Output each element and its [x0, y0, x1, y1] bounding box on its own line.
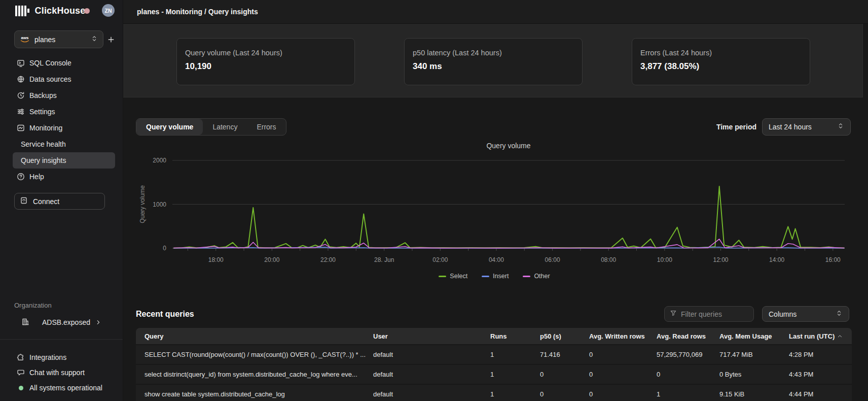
cell-query: show create table system.distributed_cac… [144, 390, 373, 398]
time-period-select[interactable]: Last 24 hours [762, 118, 851, 136]
avatar[interactable]: ZN [102, 4, 115, 17]
sidebar-item-label: Backups [29, 91, 57, 99]
svg-text:22:00: 22:00 [320, 256, 336, 263]
sidebar-item-query-insights[interactable]: Query insights [13, 152, 115, 169]
service-selector[interactable]: aws planes [14, 30, 103, 48]
updown-icon [837, 122, 844, 129]
columns-select[interactable]: Columns [762, 306, 849, 322]
column-header-query[interactable]: Query [144, 332, 373, 340]
cell-p50-s: 0 [540, 390, 589, 398]
data-sources-icon [17, 75, 25, 83]
svg-text:2000: 2000 [153, 157, 166, 164]
cell-avg-mem-usage: 0 Bytes [719, 371, 789, 378]
sidebar-item-label: Help [29, 173, 44, 181]
stat-card-p50-latency-last-24-hours: p50 latency (Last 24 hours)340 ms [404, 38, 583, 85]
svg-text:16:00: 16:00 [825, 256, 841, 263]
sidebar-item-data-sources[interactable]: Data sources [13, 71, 115, 87]
column-header-avg-written-rows[interactable]: Avg. Written rows [589, 332, 657, 340]
recent-queries-table: QueryUserRunsp50 (s)Avg. Written rowsAvg… [136, 328, 852, 401]
sidebar-item-help[interactable]: Help [13, 169, 115, 185]
plus-icon [107, 36, 115, 44]
connect-icon [20, 196, 28, 205]
svg-text:10:00: 10:00 [657, 256, 672, 263]
sidebar-item-label: All systems operational [29, 384, 102, 392]
sidebar-item-monitoring[interactable]: Monitoring [13, 120, 115, 136]
sidebar-item-chat-with-support[interactable]: Chat with support [13, 365, 115, 380]
column-header-runs[interactable]: Runs [490, 332, 540, 340]
svg-text:12:00: 12:00 [713, 256, 728, 263]
cell-query: select distrinct(query_id) from system.d… [144, 371, 373, 378]
tab-query-volume[interactable]: Query volume [136, 119, 203, 135]
recent-queries-title: Recent queries [136, 310, 194, 319]
caret-up-icon [837, 333, 843, 339]
column-header-avg-read-rows[interactable]: Avg. Read rows [657, 332, 719, 340]
notification-dot [84, 8, 90, 14]
stat-label: p50 latency (Last 24 hours) [413, 49, 574, 57]
cell-last-run-utc: 4:28 PM [789, 351, 852, 358]
add-service-button[interactable] [104, 33, 118, 46]
svg-text:02:00: 02:00 [432, 256, 448, 263]
puzzle-icon [17, 353, 25, 361]
series-select [174, 186, 844, 248]
funnel-icon [670, 310, 677, 317]
legend-item-other[interactable]: Other [523, 273, 550, 280]
stats-band: Query volume (Last 24 hours)10,190p50 la… [123, 24, 863, 97]
cell-user: default [373, 390, 490, 398]
settings-icon [17, 108, 25, 116]
sidebar-item-label: Settings [29, 108, 55, 116]
column-header-p50-s[interactable]: p50 (s) [540, 332, 589, 340]
table-row[interactable]: show create table system.distributed_cac… [136, 385, 852, 401]
svg-text:20:00: 20:00 [264, 256, 279, 263]
cell-avg-read-rows: 0 [657, 371, 719, 378]
sidebar-item-sql-console[interactable]: SQL Console [13, 55, 115, 71]
sidebar-item-service-health[interactable]: Service health [13, 136, 115, 152]
cell-avg-written-rows: 0 [589, 371, 657, 378]
legend-item-insert[interactable]: Insert [482, 273, 509, 280]
sidebar-item-label: Integrations [29, 353, 66, 361]
tab-latency[interactable]: Latency [203, 119, 247, 135]
sidebar-item-integrations[interactable]: Integrations [13, 350, 115, 365]
legend-swatch [439, 276, 446, 277]
legend-item-select[interactable]: Select [439, 273, 467, 280]
tab-errors[interactable]: Errors [247, 119, 285, 135]
sidebar-footer: IntegrationsChat with supportAll systems… [13, 350, 115, 395]
stat-value: 10,190 [185, 61, 346, 72]
table-header-row: QueryUserRunsp50 (s)Avg. Written rowsAvg… [136, 328, 852, 345]
cell-runs: 1 [490, 390, 540, 398]
stat-card-query-volume-last-24-hours: Query volume (Last 24 hours)10,190 [176, 38, 355, 85]
updown-icon [91, 35, 98, 42]
column-header-last-run-utc[interactable]: Last run (UTC) [789, 332, 852, 340]
cell-last-run-utc: 4:43 PM [789, 371, 852, 378]
table-row[interactable]: SELECT CAST(round(pow(count() / max(coun… [136, 345, 852, 365]
organization-item[interactable]: ADSB.exposed [13, 315, 115, 330]
cell-avg-mem-usage: 717.47 MiB [719, 351, 789, 358]
org-icon [21, 318, 29, 326]
clickhouse-logo-icon [15, 5, 29, 17]
service-name: planes [34, 36, 86, 44]
svg-text:1000: 1000 [153, 201, 166, 208]
column-header-user[interactable]: User [373, 332, 490, 340]
cell-avg-mem-usage: 9.15 KiB [719, 390, 789, 398]
column-header-avg-mem-usage[interactable]: Avg. Mem Usage [719, 332, 789, 340]
sidebar-item-all-systems-operational[interactable]: All systems operational [13, 380, 115, 395]
cell-avg-written-rows: 0 [589, 351, 657, 358]
legend-swatch [523, 276, 530, 277]
time-period-label: Time period [716, 123, 756, 131]
stat-card-errors-last-24-hours: Errors (Last 24 hours)3,877 (38.05%) [632, 38, 810, 85]
table-row[interactable]: select distrinct(query_id) from system.d… [136, 365, 852, 385]
connect-button[interactable]: Connect [14, 193, 105, 210]
svg-text:Query volume: Query volume [139, 185, 146, 223]
sidebar-item-backups[interactable]: Backups [13, 87, 115, 104]
filter-queries-box [664, 306, 754, 322]
cell-avg-written-rows: 0 [589, 390, 657, 398]
svg-text:04:00: 04:00 [489, 256, 504, 263]
sidebar-nav: SQL ConsoleData sourcesBackupsSettingsMo… [13, 55, 115, 185]
query-volume-chart[interactable]: Query volume01000200018:0020:0022:0028. … [137, 140, 852, 268]
sidebar-divider [0, 339, 123, 340]
sidebar-item-settings[interactable]: Settings [13, 104, 115, 120]
sidebar-item-label: Service health [21, 140, 66, 148]
filter-queries-input[interactable] [681, 310, 748, 318]
time-period-value: Last 24 hours [769, 123, 837, 131]
organization-name: ADSB.exposed [42, 318, 90, 326]
chart-legend: SelectInsertOther [137, 273, 852, 280]
